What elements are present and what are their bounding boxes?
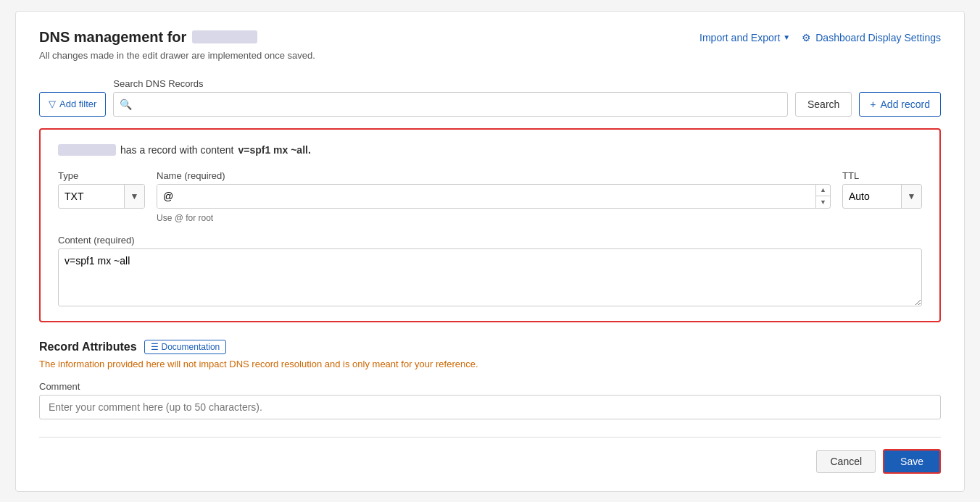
content-label: Content (required) <box>58 235 922 246</box>
domain-placeholder <box>192 30 257 43</box>
search-input-block: Search DNS Records 🔍 <box>113 78 788 117</box>
name-spinner-down[interactable]: ▼ <box>816 196 830 208</box>
footer-actions: Cancel Save <box>39 449 941 474</box>
search-button[interactable]: Search <box>795 92 852 117</box>
name-field: Name (required) ▲ ▼ Use @ for root <box>157 170 831 223</box>
search-input[interactable] <box>136 99 781 110</box>
type-select[interactable]: TXT <box>59 191 124 202</box>
add-record-button[interactable]: + Add record <box>859 92 941 117</box>
cancel-button[interactable]: Cancel <box>816 450 876 473</box>
record-edit-form: has a record with content v=spf1 mx ~all… <box>39 128 941 322</box>
type-select-wrapper[interactable]: TXT ▼ <box>58 184 145 209</box>
record-attr-header: Record Attributes ☰ Documentation <box>39 340 941 354</box>
top-actions: Import and Export ▼ ⚙ Dashboard Display … <box>699 32 941 43</box>
content-textarea[interactable]: v=spf1 mx ~all <box>58 248 922 306</box>
doc-icon: ☰ <box>151 342 159 352</box>
name-label: Name (required) <box>157 170 831 181</box>
top-header: DNS management for All changes made in t… <box>39 29 941 61</box>
comment-input[interactable] <box>39 395 941 419</box>
ttl-select[interactable]: Auto <box>843 191 901 202</box>
type-field: Type TXT ▼ <box>58 170 145 209</box>
search-label: Search DNS Records <box>113 78 788 89</box>
gear-icon: ⚙ <box>802 32 811 43</box>
page-subtitle: All changes made in the edit drawer are … <box>39 50 315 61</box>
dashboard-settings-link[interactable]: ⚙ Dashboard Display Settings <box>802 32 941 43</box>
main-container: DNS management for All changes made in t… <box>15 11 965 492</box>
name-hint: Use @ for root <box>157 213 831 223</box>
type-dropdown-icon: ▼ <box>124 185 144 208</box>
search-area: ▽ Add filter Search DNS Records 🔍 Search… <box>39 78 941 117</box>
name-input[interactable] <box>157 185 815 208</box>
ttl-dropdown-icon: ▼ <box>901 185 921 208</box>
import-export-dropdown-icon: ▼ <box>783 33 790 41</box>
documentation-badge[interactable]: ☰ Documentation <box>144 340 227 354</box>
name-input-wrapper: ▲ ▼ <box>157 184 831 209</box>
page-title: DNS management for <box>39 29 315 46</box>
record-attr-warning: The information provided here will not i… <box>39 359 941 369</box>
name-spinner-up[interactable]: ▲ <box>816 185 830 197</box>
ttl-label: TTL <box>842 170 922 181</box>
record-domain-pill <box>58 144 116 156</box>
filter-icon: ▽ <box>49 99 56 109</box>
record-content-highlight: v=spf1 mx ~all. <box>238 144 310 156</box>
record-attr-title: Record Attributes <box>39 340 137 354</box>
add-filter-button[interactable]: ▽ Add filter <box>39 92 106 117</box>
search-input-wrapper: 🔍 <box>113 92 788 117</box>
save-button[interactable]: Save <box>883 449 941 474</box>
footer-divider <box>39 437 941 438</box>
content-field: Content (required) v=spf1 mx ~all <box>58 235 922 306</box>
comment-field: Comment <box>39 381 941 419</box>
form-row-type-name-ttl: Type TXT ▼ Name (required) ▲ ▼ <box>58 170 922 223</box>
record-attributes-section: Record Attributes ☰ Documentation The in… <box>39 340 941 419</box>
ttl-select-wrapper[interactable]: Auto ▼ <box>842 184 922 209</box>
record-header-line: has a record with content v=spf1 mx ~all… <box>58 144 922 156</box>
comment-label: Comment <box>39 381 941 392</box>
import-export-link[interactable]: Import and Export ▼ <box>699 32 790 43</box>
ttl-field: TTL Auto ▼ <box>842 170 922 209</box>
plus-icon: + <box>870 99 876 110</box>
search-icon: 🔍 <box>120 99 132 110</box>
type-label: Type <box>58 170 145 181</box>
title-block: DNS management for All changes made in t… <box>39 29 315 61</box>
name-spinners: ▲ ▼ <box>815 185 830 208</box>
